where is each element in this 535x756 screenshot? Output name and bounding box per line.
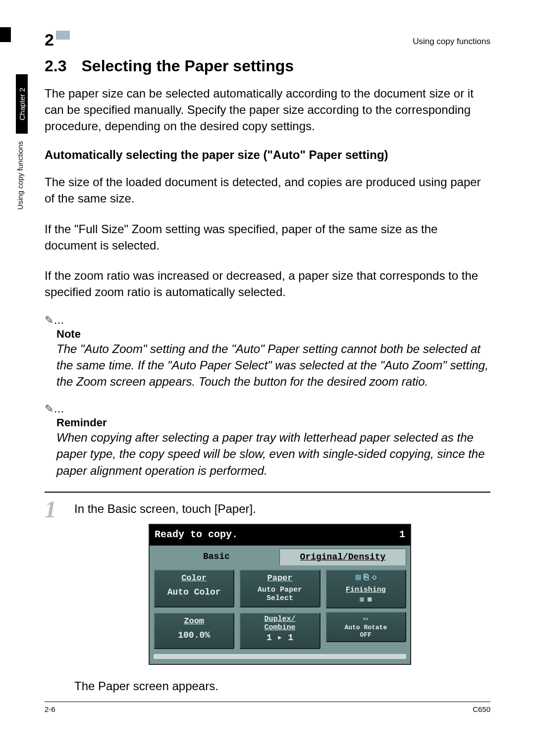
duplex-combine-button[interactable]: Duplex/ Combine 1 ▸ 1 (239, 612, 320, 649)
color-button[interactable]: Color Auto Color (154, 569, 234, 607)
intro-paragraph: The paper size can be selected automatic… (45, 85, 490, 134)
chapter-number-box: 2 (45, 27, 70, 47)
finishing-label: Finishing (327, 585, 404, 595)
step-after-text: The Paper screen appears. (74, 678, 490, 695)
paper-button-value-l1: Auto Paper (242, 586, 317, 595)
pencil-icon: ✎ (45, 403, 54, 415)
ui-titlebar: Ready to copy. 1 (150, 525, 410, 546)
model-code: C650 (473, 705, 490, 713)
duplex-title-l1: Duplex/ (242, 615, 317, 624)
ellipsis-icon: … (54, 403, 65, 415)
page-icon: ▭ (327, 614, 404, 624)
page-header: 2 Using copy functions (45, 27, 490, 47)
chapter-number-bar (56, 31, 70, 40)
step-body: In the Basic screen, touch [Paper]. Read… (74, 501, 490, 695)
paragraph-1: The size of the loaded document is detec… (45, 174, 490, 206)
color-button-value: Auto Color (157, 586, 231, 599)
paper-button-title: Paper (242, 572, 317, 584)
running-header: Using copy functions (413, 37, 490, 47)
ellipsis-icon: … (54, 314, 65, 326)
note-label: Note (56, 328, 490, 341)
side-tabs: Chapter 2 Using copy functions (16, 74, 28, 332)
step-text: In the Basic screen, touch [Paper]. (74, 501, 490, 517)
zoom-button-title: Zoom (157, 615, 231, 627)
zoom-button[interactable]: Zoom 100.0% (154, 612, 234, 649)
status-text: Ready to copy. (155, 528, 238, 542)
page-footer: 2-6 C650 (45, 702, 490, 713)
page-content: 2.3Selecting the Paper settings The pape… (45, 57, 490, 695)
ui-screenshot: Ready to copy. 1 Basic Original/Density … (69, 524, 490, 665)
copier-basic-screen: Ready to copy. 1 Basic Original/Density … (149, 524, 411, 665)
auto-rotate-l2: OFF (327, 632, 404, 639)
paper-button-value-l2: Select (242, 595, 317, 603)
auto-rotate-button[interactable]: ▭ Auto Rotate OFF (325, 611, 406, 642)
subsection-heading: Automatically selecting the paper size (… (45, 148, 490, 162)
section-heading: 2.3Selecting the Paper settings (45, 57, 490, 75)
pencil-icon: ✎ (45, 314, 54, 326)
reminder-block: ✎… Reminder When copying after selecting… (45, 403, 490, 478)
duplex-title-l2: Combine (242, 624, 317, 632)
paper-button[interactable]: Paper Auto Paper Select (239, 569, 320, 607)
reminder-body: When copying after selecting a paper tra… (56, 429, 490, 478)
color-button-title: Color (157, 572, 231, 584)
section-number: 2.3 (45, 57, 66, 75)
copy-count: 1 (399, 528, 405, 542)
page-edge-tab (0, 27, 11, 42)
auto-rotate-l1: Auto Rotate (327, 624, 404, 631)
duplex-value: 1 ▸ 1 (242, 632, 317, 644)
side-running-title: Using copy functions (16, 141, 28, 209)
chapter-tab: Chapter 2 (16, 74, 28, 134)
tab-original-density[interactable]: Original/Density (279, 549, 406, 565)
tab-basic[interactable]: Basic (154, 549, 279, 565)
step-1: 1 In the Basic screen, touch [Paper]. Re… (45, 501, 490, 695)
paragraph-3: If the zoom ratio was increased or decre… (45, 267, 490, 300)
reminder-label: Reminder (56, 416, 490, 429)
section-title: Selecting the Paper settings (81, 57, 294, 75)
page-number: 2-6 (45, 705, 55, 713)
step-number: 1 (45, 498, 74, 521)
finishing-icons: ▤ ⎘ ◇ (327, 572, 404, 584)
zoom-button-value: 100.0% (157, 629, 231, 642)
finishing-sub-icons: ▥ ▦ (327, 595, 404, 604)
step-separator (45, 492, 490, 493)
paragraph-2: If the "Full Size" Zoom setting was spec… (45, 221, 490, 253)
finishing-button[interactable]: ▤ ⎘ ◇ Finishing ▥ ▦ (325, 569, 406, 608)
ui-bottom-bar (154, 654, 406, 659)
note-body: The "Auto Zoom" setting and the "Auto" P… (56, 341, 490, 390)
note-block: ✎… Note The "Auto Zoom" setting and the … (45, 314, 490, 390)
chapter-number: 2 (45, 30, 54, 50)
